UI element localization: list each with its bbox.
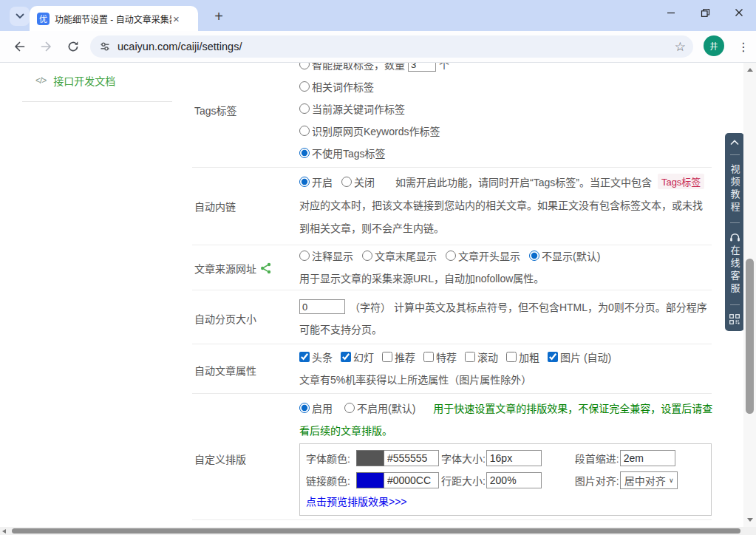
radio-label: 关闭 [354,174,375,189]
typo-enable-radio[interactable] [299,403,310,413]
checkbox-option-scroll[interactable]: 滚动 [465,350,498,364]
autolink-on-radio[interactable] [299,177,310,187]
active-tab[interactable]: 优 功能细节设置 - 自动文章采集器 × [30,6,198,31]
row-label-typography: 自定义排版 [194,451,246,466]
headline-checkbox[interactable] [299,352,310,362]
row-label-source-url: 文章来源网址 [194,261,272,276]
typo-disable-radio[interactable] [344,403,355,413]
radio-option-source-keywords[interactable]: 当前源关键词作标签 [299,101,405,116]
no-tags-radio[interactable] [299,148,310,158]
checkbox-option-bold[interactable]: 加粗 [506,350,539,364]
radio-option-comment-show[interactable]: 注释显示 [299,248,353,263]
horizontal-scrollbar[interactable] [0,527,743,535]
checkbox-option-special[interactable]: 特荐 [423,350,457,364]
new-tab-button[interactable]: + [209,7,228,26]
restore-button[interactable] [688,0,722,25]
radio-option-article-end[interactable]: 文章末尾显示 [362,248,437,263]
forward-button[interactable] [36,36,57,57]
chevron-down-icon [16,13,24,19]
radio-option-typo-enable[interactable]: 启用 [299,401,333,415]
pagination-desc: （字符） 计算中英文及其标点符号，但不包含HTML，为0则不分页。部分程序 [350,299,707,314]
checkbox-option-slide[interactable]: 幻灯 [341,350,374,364]
source-url-desc: 用于显示文章的采集来源URL，自动加nofollow属性。 [299,270,544,285]
radio-label: 文章开头显示 [458,248,520,263]
radio-option-autolink-on[interactable]: 开启 [299,174,333,189]
no-show-radio[interactable] [529,251,539,261]
minimize-button[interactable] [654,0,688,25]
image-auto-checkbox[interactable] [548,352,558,362]
bold-checkbox[interactable] [506,352,517,362]
autolink-note: 到相关文章，则不会产生内链。 [299,220,444,235]
back-button[interactable] [9,36,30,57]
checkbox-label: 加粗 [519,350,539,364]
recommend-checkbox[interactable] [382,352,392,362]
radio-option-no-show[interactable]: 不显示(默认) [529,248,600,263]
tab-close-icon[interactable]: × [173,13,180,24]
scroll-checkbox[interactable] [465,352,475,362]
link-color-swatch[interactable] [356,472,384,488]
back-to-top-icon[interactable] [729,140,740,146]
reload-icon [67,40,80,53]
checkbox-option-recommend[interactable]: 推荐 [382,350,415,364]
special-checkbox[interactable] [423,352,434,362]
checkbox-option-headline[interactable]: 头条 [299,350,333,364]
pagination-size-input[interactable] [299,299,345,314]
checkbox-label: 图片 (自动) [560,350,611,364]
row-label-tags: Tags标签 [194,103,237,117]
profile-avatar[interactable]: 井 [704,35,724,56]
site-info-icon[interactable] [99,41,111,52]
image-align-select[interactable]: 居中对齐 ∨ [620,471,678,489]
font-color-input[interactable] [384,450,439,466]
radio-option-page-keywords[interactable]: 识别原网页Keywords作标签 [299,123,440,138]
tags-code-chip: Tags标签 [658,174,704,189]
reload-button[interactable] [63,36,84,57]
radio-label: 当前源关键词作标签 [312,101,405,116]
source-keywords-radio[interactable] [299,103,310,114]
scroll-left-arrow[interactable] [2,529,6,534]
font-color-swatch[interactable] [356,450,384,466]
checkbox-option-image-auto[interactable]: 图片 (自动) [548,350,611,364]
video-tutorial-link[interactable]: 视频教程 [728,164,742,214]
article-end-radio[interactable] [362,251,372,261]
autolink-note: 对应的文本时，把该文本链接到您站内的相关文章。如果正文没有包含标签文本，或未找 [299,197,703,212]
link-color-input[interactable] [384,472,439,488]
indent-label: 段首缩进: [575,451,619,466]
autolink-off-radio[interactable] [341,177,352,187]
comment-show-radio[interactable] [299,251,310,261]
radio-option-autolink-off[interactable]: 关闭 [341,174,375,189]
close-window-button[interactable] [722,0,756,25]
typography-row-2: 链接颜色: 行距大小: 图片对齐: 居中对齐 ∨ [300,469,711,491]
slide-checkbox[interactable] [341,352,351,362]
scroll-down-arrow[interactable] [747,518,753,522]
radio-option-typo-disable[interactable]: 不启用(默认) [344,401,415,415]
row-label-text: 文章来源网址 [194,261,256,276]
indent-input[interactable] [620,450,675,466]
qr-code-icon[interactable] [729,314,740,324]
back-icon [13,40,26,53]
url-text[interactable]: ucaiyun.com/caiji/settings/ [118,41,675,52]
browser-menu-icon[interactable]: ⋮ [735,36,752,57]
radio-label: 不显示(默认) [542,248,600,263]
radio-option-related-words[interactable]: 相关词作标签 [299,79,374,94]
url-bar[interactable]: ucaiyun.com/caiji/settings/ ☆ [90,35,693,58]
horizontal-scrollbar-thumb[interactable] [12,528,740,534]
page-keywords-radio[interactable] [299,126,310,136]
sidebar-item-api-docs[interactable]: </> 接口开发文档 [35,73,115,88]
line-height-input[interactable] [486,472,542,488]
minimize-icon [667,8,675,17]
pagination-desc: 可能不支持分页。 [299,321,382,336]
vertical-scrollbar[interactable] [743,63,756,527]
bookmark-star-icon[interactable]: ☆ [675,39,686,55]
radio-option-no-tags[interactable]: 不使用Tags标签 [299,146,386,160]
preview-typography-link[interactable]: 点击预览排版效果>>> [306,494,407,508]
related-words-radio[interactable] [299,81,310,92]
scrollbar-corner [743,527,756,535]
tab-search-button[interactable] [10,7,30,26]
article-start-radio[interactable] [446,251,456,261]
radio-option-article-start[interactable]: 文章开头显示 [446,248,520,263]
line-height-label: 行距大小: [441,473,486,488]
online-service-link[interactable]: 在线客服 [728,232,742,296]
scroll-up-arrow[interactable] [747,68,753,72]
font-size-input[interactable] [486,450,542,466]
vertical-scrollbar-thumb[interactable] [746,259,754,414]
